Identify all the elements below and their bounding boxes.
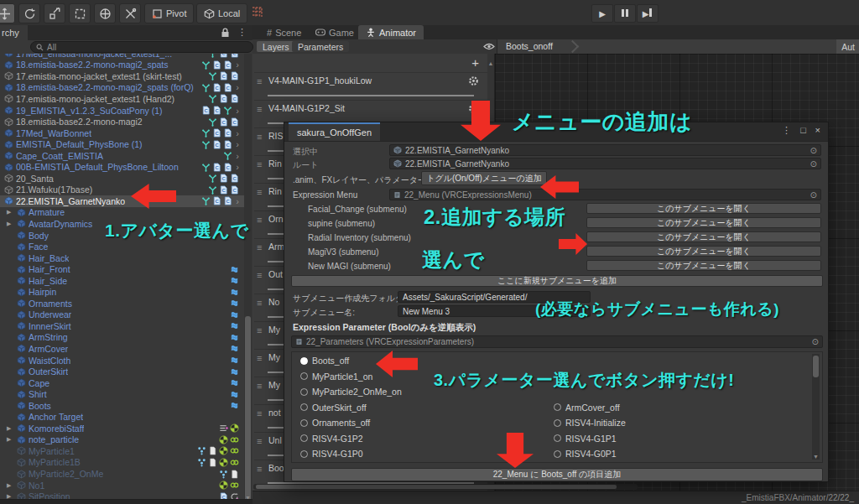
hierarchy-row[interactable]: EMISTIA_Default_PhysBone (1)CC› [0,138,244,150]
hierarchy-tab[interactable]: rchy [0,25,28,40]
layer-settings-gear-icon[interactable] [468,75,479,86]
open-submenu-button[interactable]: このサブメニューを開く [586,231,821,242]
hierarchy-row[interactable]: 00B-EMISTIA_Default_PhysBone_LiltoonCC› [0,161,244,173]
hierarchy-row[interactable]: OuterSkirt [0,366,244,377]
lock-icon[interactable] [221,28,230,38]
drag-handle-icon[interactable]: ≡ [257,270,262,280]
parameter-row[interactable]: Boots_off [300,356,349,366]
object-picker-icon[interactable]: ⊙ [810,146,817,155]
chevron-right-icon[interactable]: › [236,140,239,148]
drag-handle-icon[interactable]: ≡ [257,381,262,391]
kebab-menu-icon[interactable]: ⋮ [237,27,247,38]
breadcrumb[interactable]: Boots_onoff [506,41,553,51]
radio-button[interactable] [554,419,561,427]
hierarchy-row[interactable]: 17.emistia-mono-jacket_extest1 (Hand2)CC [0,93,244,105]
drag-handle-icon[interactable]: ≡ [257,187,262,197]
tab-game[interactable]: Game [308,25,362,39]
add-toggle-menu-button[interactable]: トグル(On/Off)メニューの追加 [421,171,547,185]
object-picker-icon[interactable]: ⊙ [810,190,817,200]
add-layer-button[interactable]: + [471,55,479,70]
step-button[interactable]: ▶ [637,4,659,23]
add-new-submenu-bar[interactable]: ここに新規サブメニューを追加 [291,275,823,287]
chevron-right-icon[interactable]: › [236,163,239,171]
radio-button[interactable] [554,403,561,411]
radio-button[interactable] [300,372,308,380]
drag-handle-icon[interactable]: ≡ [257,408,262,418]
hierarchy-row[interactable]: Face [0,241,244,252]
close-icon[interactable]: × [815,125,820,135]
parameter-row[interactable]: RISV4-G1P2 [300,434,363,444]
scrollbar-thumb[interactable] [256,485,617,489]
drag-handle-icon[interactable]: ≡ [257,464,262,474]
hierarchy-row[interactable]: 18.emistia-base2.2-mono-magi2CC [0,116,244,127]
hierarchy-row[interactable]: ArmString [0,332,244,344]
hierarchy-row[interactable]: ▶note_particle [0,434,244,446]
rect-tool-button[interactable] [69,3,91,23]
radio-button[interactable] [554,434,561,442]
tab-animator[interactable]: Animator [358,25,424,39]
hierarchy-row[interactable]: Shirt [0,388,244,400]
hierarchy-row[interactable]: Hairpin [0,286,244,298]
play-button[interactable]: ▶ [591,4,613,23]
expander-icon[interactable]: ▶ [7,482,14,489]
hierarchy-row[interactable]: Hair_Front [0,263,244,275]
expression-parameter-field[interactable]: 22_Parameters (VRCExpressionParameters) … [291,335,823,348]
chevron-right-icon[interactable]: › [236,60,239,69]
root-object-field[interactable]: 22.EMISTIA_GarnetNyanko ⊙ [389,158,821,169]
hierarchy-row[interactable]: ▶No1 [0,480,244,491]
hierarchy-row[interactable]: 22.EMISTIA_GarnetNyankoCC› [0,195,244,207]
hierarchy-row[interactable]: MyParticle1B [0,457,244,469]
radio-button[interactable] [300,403,308,411]
drag-handle-icon[interactable]: ≡ [257,104,262,114]
animator-layer[interactable]: ≡V4-MAIN-G1P1_houkiLow [254,72,487,100]
hierarchy-row[interactable]: 17Med_WarBonnetCC› [0,127,244,139]
grid-snap-icon[interactable] [250,5,264,19]
drag-handle-icon[interactable]: ≡ [257,76,262,86]
radio-button[interactable] [554,450,561,458]
drag-handle-icon[interactable]: ≡ [257,353,262,363]
hierarchy-row[interactable]: 20_SantaCC [0,173,244,184]
hierarchy-row[interactable]: WaistCloth [0,355,244,366]
hierarchy-row[interactable]: Boots [0,400,244,412]
drag-handle-icon[interactable]: ≡ [257,159,262,169]
add-menu-item-button[interactable]: 22_Menu に Boots_off の項目追加 [291,468,823,481]
hierarchy-row[interactable]: 19_EMISTIA_v1.2.3_SuCoatPony (1)CC› [0,105,244,117]
radio-button[interactable] [300,388,308,396]
hierarchy-row[interactable]: ▶Armature [0,207,244,219]
hierarchy-row[interactable]: Hair_Side [0,275,244,287]
chevron-right-icon[interactable]: › [236,129,239,138]
chevron-right-icon[interactable]: › [236,107,239,115]
parameter-row[interactable]: RISV4-G1P0 [300,449,363,459]
parameter-row[interactable]: MyParticle1_on [300,372,372,382]
auto-live-link-button[interactable]: Aut [836,39,859,54]
hierarchy-row[interactable]: 18.emistia-base2.2-mono-magi2_spatsCC› [0,60,244,71]
open-submenu-button[interactable]: このサブメニューを開く [586,260,821,271]
eye-icon[interactable] [483,42,495,51]
expander-icon[interactable]: ▶ [7,425,14,432]
hierarchy-row[interactable]: 21.Wafuku(17base)CC [0,184,244,196]
move-tool-button[interactable] [0,3,15,23]
hierarchy-row[interactable]: MyParticle2_OnMe [0,468,244,480]
open-submenu-button[interactable]: このサブメニューを開く [586,217,821,228]
hierarchy-row[interactable]: ArmCover [0,343,244,355]
radio-button[interactable] [300,450,308,458]
parameter-row[interactable]: MyParticle2_OnMe_on [300,387,402,397]
object-picker-icon[interactable]: ⊙ [810,159,817,169]
pivot-button[interactable]: Pivot [144,3,194,23]
parameters-button[interactable]: Parameters [292,41,349,52]
hierarchy-row[interactable]: InnnerSkirt [0,320,244,332]
parameter-row[interactable]: RISV4-G1P1 [554,434,617,444]
drag-handle-icon[interactable]: ≡ [257,132,262,142]
object-picker-icon[interactable]: ⊙ [812,337,819,346]
open-submenu-button[interactable]: このサブメニューを開く [586,246,821,257]
hierarchy-row[interactable]: Hair_Back [0,252,244,264]
parameter-scrollbar[interactable]: ▼ [812,354,820,460]
expander-icon[interactable]: ▶ [7,209,14,216]
scrollbar-thumb[interactable] [245,316,251,504]
radio-button[interactable] [300,419,308,427]
hierarchy-row[interactable]: Cape_Coatt_EMISTIA› [0,150,244,162]
hierarchy-row[interactable]: Cape [0,377,244,389]
scroll-up-icon[interactable]: ▲ [487,60,494,66]
radio-button[interactable] [300,434,308,442]
hierarchy-row[interactable]: MyParticle1 [0,445,244,457]
